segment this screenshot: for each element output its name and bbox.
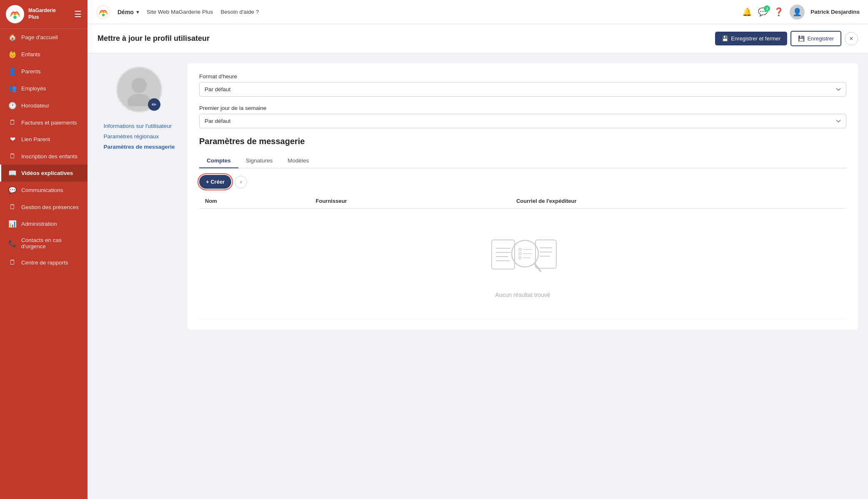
nav-label-enfants: Enfants xyxy=(21,51,40,57)
tab-comptes[interactable]: Comptes xyxy=(199,154,238,168)
nav-label-lien-parent: Lien Parent xyxy=(21,136,50,142)
table-toolbar: + Créer › xyxy=(199,175,846,189)
nav-icon-employes: 👥 xyxy=(8,85,17,92)
topnav-links: Site Web MaGarderie Plus Besoin d'aide ? xyxy=(147,9,259,15)
chevron-down-icon: ▼ xyxy=(135,10,140,15)
nav-label-factures: Factures et paiements xyxy=(21,120,77,126)
nav-label-administration: Administration xyxy=(21,221,57,227)
save-icon2: 💾 xyxy=(798,35,805,42)
content-body: ✏ Informations sur l'utilisateurParamètr… xyxy=(88,53,868,339)
sidebar-item-communications[interactable]: 💬 Communications xyxy=(0,182,88,199)
first-day-select[interactable]: Par défautLundiDimanche xyxy=(199,114,846,128)
sidebar-header: MaGarderie Plus ☰ xyxy=(0,0,88,29)
nav-icon-communications: 💬 xyxy=(8,186,17,194)
sidebar-item-parents[interactable]: 👤 Parents xyxy=(0,63,88,80)
svg-point-16 xyxy=(519,257,521,259)
notification-button[interactable]: 🔔 xyxy=(742,7,752,17)
tab-modeles[interactable]: Modèles xyxy=(280,154,316,168)
brand-name: MaGarderie Plus xyxy=(28,7,56,20)
sidebar-item-rapports[interactable]: 🗒 Centre de rapports xyxy=(0,254,88,271)
nav-label-contacts: Contacts en cas d'urgence xyxy=(21,237,81,250)
messaging-section-title: Paramètres de messagerie xyxy=(199,137,846,146)
nav-icon-contacts: 📞 xyxy=(8,240,17,247)
nav-icon-inscription: 🗒 xyxy=(8,152,17,160)
nav-icon-enfants: 👶 xyxy=(8,50,17,58)
first-day-label: Premier jour de la semaine xyxy=(199,105,846,111)
svg-point-4 xyxy=(132,78,147,93)
hamburger-button[interactable]: ☰ xyxy=(74,9,82,19)
sidebar-item-presences[interactable]: 🗒 Gestion des présences xyxy=(0,199,88,215)
svg-rect-6 xyxy=(492,240,515,269)
message-badge: 2 xyxy=(764,5,770,12)
site-web-link[interactable]: Site Web MaGarderie Plus xyxy=(147,9,213,15)
nav-label-accueil: Page d'accueil xyxy=(21,34,58,40)
svg-point-12 xyxy=(519,248,521,251)
sidebar-item-inscription[interactable]: 🗒 Inscription des enfants xyxy=(0,148,88,165)
empty-state-icon xyxy=(485,230,560,285)
create-button[interactable]: + Créer xyxy=(199,175,231,189)
sidebar-item-enfants[interactable]: 👶 Enfants xyxy=(0,46,88,63)
close-button[interactable]: × xyxy=(845,32,858,45)
nav-label-presences: Gestion des présences xyxy=(21,204,79,210)
help-link[interactable]: Besoin d'aide ? xyxy=(220,9,259,15)
avatar-edit-button[interactable]: ✏ xyxy=(148,98,160,111)
topnav-right: 🔔 💬 2 ❓ 👤 Patrick Desjardins xyxy=(742,5,860,20)
nav-icon-administration: 📊 xyxy=(8,220,17,228)
time-format-group: Format d'heure Par défaut12 heures24 heu… xyxy=(199,73,846,97)
col-courriel: Courriel de l'expéditeur xyxy=(510,194,846,209)
nav-label-inscription: Inscription des enfants xyxy=(21,153,78,160)
tab-signatures[interactable]: Signatures xyxy=(238,154,280,168)
svg-point-1 xyxy=(13,16,17,19)
nav-icon-factures: 🗒 xyxy=(8,119,17,126)
save-label: Enregistrer xyxy=(807,35,834,42)
nav-icon-lien-parent: ❤ xyxy=(8,135,17,143)
sidebar-item-videos[interactable]: 📖 Vidéos explicatives xyxy=(0,165,88,182)
sidebar: MaGarderie Plus ☰ 🏠 Page d'accueil👶 Enfa… xyxy=(0,0,88,499)
time-format-label: Format d'heure xyxy=(199,73,846,80)
svg-point-5 xyxy=(128,94,151,106)
help-button[interactable]: ❓ xyxy=(774,7,784,17)
nav-label-videos: Vidéos explicatives xyxy=(21,170,73,176)
empty-state: Aucun résultat trouvé xyxy=(205,213,840,315)
sidebar-item-administration[interactable]: 📊 Administration xyxy=(0,215,88,232)
save-close-button[interactable]: 💾 Enregistrer et fermer xyxy=(715,32,787,45)
more-options-button[interactable]: › xyxy=(235,176,247,188)
save-button[interactable]: 💾 Enregistrer xyxy=(790,31,841,46)
profile-nav: Informations sur l'utilisateurParamètres… xyxy=(103,121,175,152)
nav-icon-videos: 📖 xyxy=(8,169,17,177)
nav-icon-accueil: 🏠 xyxy=(8,33,17,41)
col-fournisseur: Fournisseur xyxy=(310,194,510,209)
topnav: Démo ▼ Site Web MaGarderie Plus Besoin d… xyxy=(88,0,868,24)
empty-state-text: Aucun résultat trouvé xyxy=(495,292,550,298)
svg-point-14 xyxy=(519,252,521,255)
nav-label-horodateur: Horodateur xyxy=(21,102,50,109)
sidebar-item-employes[interactable]: 👥 Employés xyxy=(0,80,88,97)
demo-selector[interactable]: Démo ▼ xyxy=(118,9,140,15)
nav-label-communications: Communications xyxy=(21,187,63,193)
close-label: × xyxy=(849,35,853,42)
nav-icon-presences: 🗒 xyxy=(8,203,17,211)
profile-nav-messagerie[interactable]: Paramètres de messagerie xyxy=(103,142,175,152)
avatar-container: ✏ xyxy=(116,67,162,112)
profile-sidebar: ✏ Informations sur l'utilisateurParamètr… xyxy=(98,63,181,329)
user-avatar: 👤 xyxy=(790,5,805,20)
sidebar-item-contacts[interactable]: 📞 Contacts en cas d'urgence xyxy=(0,232,88,254)
profile-nav-info[interactable]: Informations sur l'utilisateur xyxy=(103,121,175,131)
sidebar-item-accueil[interactable]: 🏠 Page d'accueil xyxy=(0,29,88,46)
sidebar-item-horodateur[interactable]: 🕐 Horodateur xyxy=(0,97,88,114)
messaging-tabs: ComptesSignaturesModèles xyxy=(199,154,846,168)
time-format-select[interactable]: Par défaut12 heures24 heures xyxy=(199,82,846,97)
sidebar-item-factures[interactable]: 🗒 Factures et paiements xyxy=(0,114,88,131)
profile-nav-regional[interactable]: Paramètres régionaux xyxy=(103,131,175,142)
sidebar-item-lien-parent[interactable]: ❤ Lien Parent xyxy=(0,131,88,148)
app-logo xyxy=(6,5,24,23)
form-area: Format d'heure Par défaut12 heures24 heu… xyxy=(188,63,858,329)
accounts-table: Nom Fournisseur Courriel de l'expéditeur xyxy=(199,194,846,319)
page-header: Mettre à jour le profil utilisateur 💾 En… xyxy=(88,24,868,53)
message-button[interactable]: 💬 2 xyxy=(758,7,768,17)
user-name: Patrick Desjardins xyxy=(810,9,860,15)
chevron-icon: › xyxy=(240,179,242,185)
page-content: Mettre à jour le profil utilisateur 💾 En… xyxy=(88,24,868,499)
save-icon: 💾 xyxy=(722,35,728,42)
nav-icon-parents: 👤 xyxy=(8,67,17,75)
